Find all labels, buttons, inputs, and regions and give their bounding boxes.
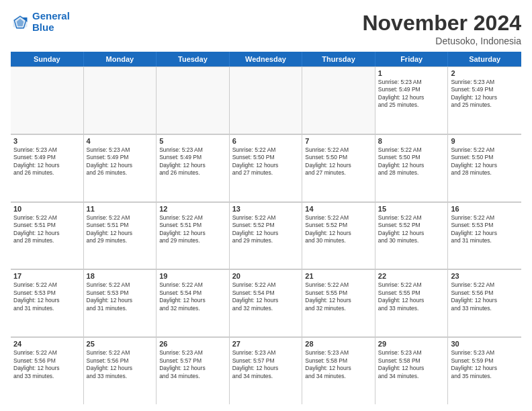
cell-info: Sunrise: 5:22 AM Sunset: 5:50 PM Dayligh… bbox=[378, 146, 445, 177]
day-number: 14 bbox=[305, 205, 372, 213]
day-number: 1 bbox=[378, 69, 445, 77]
day-number: 3 bbox=[13, 137, 81, 145]
calendar-cell: 2Sunrise: 5:23 AM Sunset: 5:49 PM Daylig… bbox=[448, 66, 521, 134]
calendar-cell: 18Sunrise: 5:22 AM Sunset: 5:53 PM Dayli… bbox=[84, 269, 157, 336]
cell-info: Sunrise: 5:23 AM Sunset: 5:57 PM Dayligh… bbox=[159, 349, 226, 380]
cell-info: Sunrise: 5:23 AM Sunset: 5:57 PM Dayligh… bbox=[232, 349, 300, 380]
month-title: November 2024 bbox=[362, 11, 521, 36]
calendar-cell: 25Sunrise: 5:22 AM Sunset: 5:56 PM Dayli… bbox=[84, 337, 157, 404]
calendar-cell: 11Sunrise: 5:22 AM Sunset: 5:51 PM Dayli… bbox=[84, 202, 157, 269]
calendar-cell bbox=[157, 66, 230, 134]
day-number: 9 bbox=[451, 137, 519, 145]
day-number: 2 bbox=[451, 69, 519, 77]
day-number: 6 bbox=[232, 137, 300, 145]
cell-info: Sunrise: 5:23 AM Sunset: 5:49 PM Dayligh… bbox=[451, 79, 519, 109]
cell-info: Sunrise: 5:22 AM Sunset: 5:51 PM Dayligh… bbox=[13, 214, 81, 245]
weekday-header: Wednesday bbox=[230, 52, 303, 66]
title-block: November 2024 Detusoko, Indonesia bbox=[362, 11, 521, 46]
calendar-cell: 29Sunrise: 5:23 AM Sunset: 5:58 PM Dayli… bbox=[375, 337, 449, 404]
logo-icon bbox=[11, 13, 30, 32]
cell-info: Sunrise: 5:22 AM Sunset: 5:50 PM Dayligh… bbox=[232, 146, 300, 177]
location: Detusoko, Indonesia bbox=[362, 36, 521, 46]
day-number: 5 bbox=[159, 137, 226, 145]
logo-text: General Blue bbox=[32, 11, 70, 33]
day-number: 7 bbox=[305, 137, 372, 145]
weekday-header: Saturday bbox=[448, 52, 521, 66]
calendar-cell: 16Sunrise: 5:22 AM Sunset: 5:53 PM Dayli… bbox=[448, 202, 521, 269]
cell-info: Sunrise: 5:22 AM Sunset: 5:54 PM Dayligh… bbox=[232, 281, 300, 312]
calendar-cell bbox=[302, 66, 375, 134]
cell-info: Sunrise: 5:23 AM Sunset: 5:58 PM Dayligh… bbox=[305, 349, 372, 380]
day-number: 10 bbox=[13, 205, 81, 213]
day-number: 16 bbox=[451, 205, 519, 213]
cell-info: Sunrise: 5:23 AM Sunset: 5:49 PM Dayligh… bbox=[378, 79, 445, 109]
cell-info: Sunrise: 5:22 AM Sunset: 5:52 PM Dayligh… bbox=[305, 214, 372, 245]
calendar-cell: 3Sunrise: 5:23 AM Sunset: 5:49 PM Daylig… bbox=[11, 134, 84, 201]
cell-info: Sunrise: 5:22 AM Sunset: 5:53 PM Dayligh… bbox=[451, 214, 519, 245]
calendar-cell: 27Sunrise: 5:23 AM Sunset: 5:57 PM Dayli… bbox=[230, 337, 303, 404]
cell-info: Sunrise: 5:22 AM Sunset: 5:51 PM Dayligh… bbox=[87, 214, 154, 245]
calendar-cell: 30Sunrise: 5:23 AM Sunset: 5:59 PM Dayli… bbox=[448, 337, 521, 404]
day-number: 27 bbox=[232, 340, 300, 348]
day-number: 20 bbox=[232, 272, 300, 280]
calendar-cell: 12Sunrise: 5:22 AM Sunset: 5:51 PM Dayli… bbox=[157, 202, 230, 269]
day-number: 18 bbox=[87, 272, 154, 280]
day-number: 26 bbox=[159, 340, 226, 348]
weekday-header: Monday bbox=[84, 52, 157, 66]
calendar-header: SundayMondayTuesdayWednesdayThursdayFrid… bbox=[11, 52, 521, 66]
cell-info: Sunrise: 5:22 AM Sunset: 5:56 PM Dayligh… bbox=[87, 349, 154, 380]
calendar-row: 24Sunrise: 5:22 AM Sunset: 5:56 PM Dayli… bbox=[11, 337, 521, 404]
day-number: 19 bbox=[159, 272, 226, 280]
calendar-cell: 19Sunrise: 5:22 AM Sunset: 5:54 PM Dayli… bbox=[157, 269, 230, 336]
weekday-header: Tuesday bbox=[157, 52, 230, 66]
logo: General Blue bbox=[11, 11, 70, 33]
calendar-cell: 5Sunrise: 5:23 AM Sunset: 5:49 PM Daylig… bbox=[157, 134, 230, 201]
calendar-cell: 4Sunrise: 5:23 AM Sunset: 5:49 PM Daylig… bbox=[84, 134, 157, 201]
day-number: 8 bbox=[378, 137, 445, 145]
day-number: 21 bbox=[305, 272, 372, 280]
calendar-cell: 22Sunrise: 5:22 AM Sunset: 5:55 PM Dayli… bbox=[375, 269, 449, 336]
day-number: 29 bbox=[378, 340, 445, 348]
calendar-cell: 24Sunrise: 5:22 AM Sunset: 5:56 PM Dayli… bbox=[11, 337, 84, 404]
cell-info: Sunrise: 5:22 AM Sunset: 5:55 PM Dayligh… bbox=[378, 281, 445, 312]
calendar-cell: 1Sunrise: 5:23 AM Sunset: 5:49 PM Daylig… bbox=[375, 66, 449, 134]
weekday-header: Sunday bbox=[11, 52, 84, 66]
cell-info: Sunrise: 5:22 AM Sunset: 5:52 PM Dayligh… bbox=[378, 214, 445, 245]
calendar-body: 1Sunrise: 5:23 AM Sunset: 5:49 PM Daylig… bbox=[11, 66, 521, 404]
cell-info: Sunrise: 5:22 AM Sunset: 5:55 PM Dayligh… bbox=[305, 281, 372, 312]
calendar-row: 1Sunrise: 5:23 AM Sunset: 5:49 PM Daylig… bbox=[11, 66, 521, 134]
calendar: SundayMondayTuesdayWednesdayThursdayFrid… bbox=[11, 52, 521, 404]
day-number: 30 bbox=[451, 340, 519, 348]
cell-info: Sunrise: 5:22 AM Sunset: 5:54 PM Dayligh… bbox=[159, 281, 226, 312]
day-number: 28 bbox=[305, 340, 372, 348]
calendar-cell: 14Sunrise: 5:22 AM Sunset: 5:52 PM Dayli… bbox=[302, 202, 375, 269]
calendar-cell: 15Sunrise: 5:22 AM Sunset: 5:52 PM Dayli… bbox=[375, 202, 449, 269]
calendar-cell: 8Sunrise: 5:22 AM Sunset: 5:50 PM Daylig… bbox=[375, 134, 449, 201]
day-number: 15 bbox=[378, 205, 445, 213]
cell-info: Sunrise: 5:22 AM Sunset: 5:53 PM Dayligh… bbox=[87, 281, 154, 312]
weekday-header: Friday bbox=[375, 52, 449, 66]
day-number: 24 bbox=[13, 340, 81, 348]
cell-info: Sunrise: 5:22 AM Sunset: 5:56 PM Dayligh… bbox=[451, 281, 519, 312]
day-number: 4 bbox=[87, 137, 154, 145]
day-number: 25 bbox=[87, 340, 154, 348]
calendar-cell: 7Sunrise: 5:22 AM Sunset: 5:50 PM Daylig… bbox=[302, 134, 375, 201]
day-number: 11 bbox=[87, 205, 154, 213]
calendar-cell: 28Sunrise: 5:23 AM Sunset: 5:58 PM Dayli… bbox=[302, 337, 375, 404]
cell-info: Sunrise: 5:23 AM Sunset: 5:49 PM Dayligh… bbox=[13, 146, 81, 177]
calendar-cell: 26Sunrise: 5:23 AM Sunset: 5:57 PM Dayli… bbox=[157, 337, 230, 404]
day-number: 22 bbox=[378, 272, 445, 280]
weekday-header: Thursday bbox=[302, 52, 375, 66]
calendar-cell bbox=[11, 66, 84, 134]
cell-info: Sunrise: 5:23 AM Sunset: 5:59 PM Dayligh… bbox=[451, 349, 519, 380]
day-number: 13 bbox=[232, 205, 300, 213]
cell-info: Sunrise: 5:23 AM Sunset: 5:49 PM Dayligh… bbox=[159, 146, 226, 177]
calendar-row: 10Sunrise: 5:22 AM Sunset: 5:51 PM Dayli… bbox=[11, 202, 521, 270]
calendar-row: 3Sunrise: 5:23 AM Sunset: 5:49 PM Daylig… bbox=[11, 134, 521, 202]
calendar-cell: 21Sunrise: 5:22 AM Sunset: 5:55 PM Dayli… bbox=[302, 269, 375, 336]
calendar-cell: 13Sunrise: 5:22 AM Sunset: 5:52 PM Dayli… bbox=[230, 202, 303, 269]
cell-info: Sunrise: 5:22 AM Sunset: 5:50 PM Dayligh… bbox=[451, 146, 519, 177]
calendar-cell bbox=[230, 66, 303, 134]
header: General Blue November 2024 Detusoko, Ind… bbox=[11, 11, 521, 46]
cell-info: Sunrise: 5:22 AM Sunset: 5:56 PM Dayligh… bbox=[13, 349, 81, 380]
